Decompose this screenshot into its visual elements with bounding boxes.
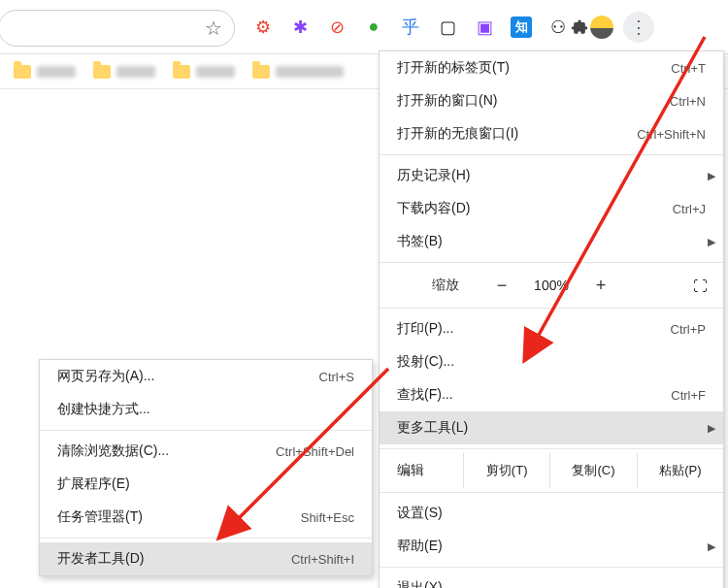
bookmark-folder[interactable] [93, 65, 155, 79]
ext-5-icon[interactable]: 乎 [400, 16, 421, 38]
menu-new-incognito[interactable]: 打开新的无痕窗口(I)Ctrl+Shift+N [380, 117, 723, 150]
extension-icons: ⚙✱⊘●乎▢▣知⚇ [252, 16, 569, 38]
menu-new-tab[interactable]: 打开新的标签页(T)Ctrl+T [380, 51, 723, 84]
submenu-devtools[interactable]: 开发者工具(D)Ctrl+Shift+I [40, 542, 372, 575]
ext-8-icon[interactable]: 知 [511, 16, 532, 38]
kebab-menu-icon[interactable]: ⋮ [623, 12, 654, 43]
bookmark-folder[interactable] [14, 65, 76, 79]
browser-toolbar: ☆ ⚙✱⊘●乎▢▣知⚇ ⋮ [0, 0, 728, 54]
profile-avatar-icon[interactable] [590, 16, 613, 39]
submenu-clear-data[interactable]: 清除浏览数据(C)...Ctrl+Shift+Del [40, 435, 372, 468]
bookmark-folder[interactable] [252, 65, 344, 79]
bookmark-star-icon[interactable]: ☆ [205, 16, 222, 40]
chevron-right-icon: ▶ [708, 540, 715, 553]
menu-new-window[interactable]: 打开新的窗口(N)Ctrl+N [380, 84, 723, 117]
submenu-extensions[interactable]: 扩展程序(E) [40, 468, 372, 501]
menu-more-tools[interactable]: 更多工具(L)▶ [380, 411, 723, 444]
folder-icon [252, 65, 270, 79]
edit-cut-button[interactable]: 剪切(T) [463, 453, 549, 488]
address-bar[interactable]: ☆ [0, 10, 235, 47]
menu-edit-row: 编辑 剪切(T) 复制(C) 粘贴(P) [380, 453, 723, 488]
chevron-right-icon: ▶ [708, 236, 715, 248]
ext-1-icon[interactable]: ⚙ [252, 16, 274, 38]
extensions-puzzle-icon[interactable] [569, 16, 590, 38]
ext-3-icon[interactable]: ⊘ [326, 16, 347, 38]
menu-print[interactable]: 打印(P)...Ctrl+P [380, 312, 723, 345]
ext-4-icon[interactable]: ● [363, 16, 384, 38]
ext-2-icon[interactable]: ✱ [289, 16, 311, 38]
folder-icon [14, 65, 31, 79]
submenu-task-manager[interactable]: 任务管理器(T)Shift+Esc [40, 501, 372, 534]
submenu-create-shortcut[interactable]: 创建快捷方式... [40, 393, 372, 426]
bookmark-folder[interactable] [173, 65, 235, 79]
menu-exit[interactable]: 退出(X) [380, 572, 723, 588]
zoom-in-button[interactable]: + [579, 276, 622, 296]
zoom-label: 缩放 [393, 277, 480, 294]
menu-find[interactable]: 查找(F)...Ctrl+F [380, 378, 723, 411]
ext-9-icon[interactable]: ⚇ [547, 16, 569, 38]
zoom-out-button[interactable]: − [480, 276, 523, 296]
more-tools-submenu: 网页另存为(A)...Ctrl+S 创建快捷方式... 清除浏览数据(C)...… [39, 359, 373, 576]
menu-cast[interactable]: 投射(C)... [380, 345, 723, 378]
edit-label: 编辑 [397, 462, 463, 479]
chevron-right-icon: ▶ [708, 170, 715, 182]
edit-paste-button[interactable]: 粘贴(P) [637, 453, 723, 488]
chrome-main-menu: 打开新的标签页(T)Ctrl+T 打开新的窗口(N)Ctrl+N 打开新的无痕窗… [379, 50, 724, 588]
menu-settings[interactable]: 设置(S) [380, 497, 723, 530]
zoom-percent: 100% [523, 278, 579, 293]
menu-zoom-row: 缩放 − 100% + ⛶ [380, 267, 723, 304]
ext-7-icon[interactable]: ▣ [474, 16, 495, 38]
submenu-save-as[interactable]: 网页另存为(A)...Ctrl+S [40, 360, 372, 393]
menu-help[interactable]: 帮助(E)▶ [380, 530, 723, 563]
menu-bookmarks[interactable]: 书签(B)▶ [380, 225, 723, 258]
menu-history[interactable]: 历史记录(H)▶ [380, 159, 723, 192]
edit-copy-button[interactable]: 复制(C) [549, 453, 636, 488]
folder-icon [93, 65, 111, 79]
folder-icon [173, 65, 190, 79]
ext-6-icon[interactable]: ▢ [437, 16, 458, 38]
fullscreen-icon[interactable]: ⛶ [693, 278, 710, 294]
chevron-right-icon: ▶ [708, 422, 715, 435]
menu-downloads[interactable]: 下载内容(D)Ctrl+J [380, 192, 723, 225]
